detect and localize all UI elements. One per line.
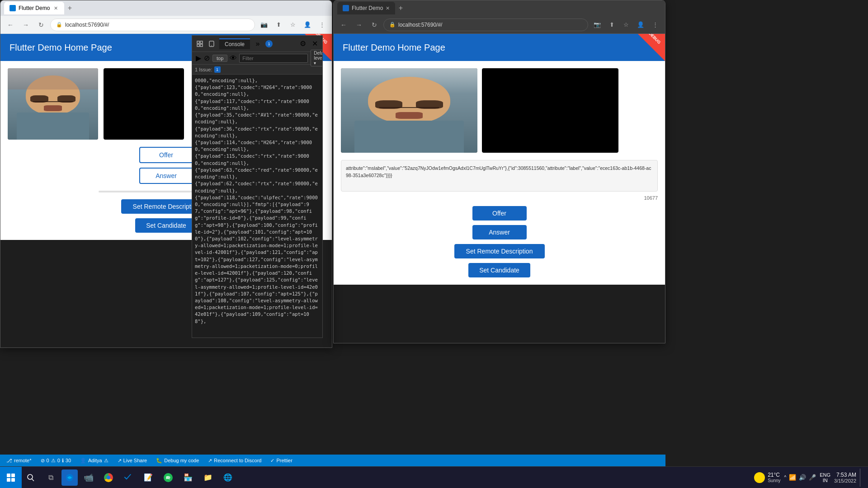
right-camera-icon[interactable]: 📷 (591, 19, 604, 31)
taskbar-task-view[interactable]: ⧉ (42, 469, 60, 487)
left-offer-button[interactable]: Offer (139, 147, 193, 163)
left-tab-label: Flutter Demo (19, 5, 50, 11)
right-person-beard (396, 112, 423, 119)
right-bookmark-icon[interactable]: ☆ (620, 19, 632, 31)
reconnect-item[interactable]: ↗ Reconnect to Discord (206, 457, 263, 465)
right-share-icon[interactable]: ⬆ (605, 19, 618, 31)
user-icon: 👤 (80, 458, 86, 464)
user-item[interactable]: 👤 Aditya ⚠ (78, 457, 110, 465)
svg-rect-0 (197, 41, 199, 43)
right-browser-tab[interactable]: Flutter Demo ✕ (337, 2, 395, 14)
right-answer-button[interactable]: Answer (472, 225, 527, 239)
tray-volume[interactable]: 🔊 (799, 474, 806, 481)
devtools-close-icon[interactable]: ✕ (311, 40, 319, 48)
taskbar-vscode[interactable] (119, 469, 137, 487)
show-desktop-button[interactable] (860, 469, 863, 487)
devtools-settings-icon[interactable]: ⚙ (299, 40, 307, 48)
left-address-bar[interactable]: 🔒 localhost:57690/#/ (50, 19, 255, 31)
right-set-candidate-button[interactable]: Set Candidate (468, 263, 530, 277)
devtools-filter-input[interactable] (239, 54, 308, 63)
left-menu-icon[interactable]: ⋮ (316, 19, 328, 31)
prettier-item[interactable]: ✓ Prettier (269, 457, 294, 465)
devtools-device-icon[interactable] (208, 40, 216, 48)
left-browser-tab[interactable]: Flutter Demo ✕ (4, 2, 64, 14)
taskbar-notepad[interactable]: 📝 (139, 469, 157, 487)
room-bg (8, 68, 98, 89)
vscode-statusbar: ⎇ remote* ⊘ 0 ⚠ 0 ℹ 30 👤 Aditya ⚠ ↗ Live… (0, 455, 665, 466)
taskbar-spotify[interactable] (159, 469, 177, 487)
svg-rect-3 (200, 44, 203, 47)
left-new-tab-button[interactable]: + (64, 3, 75, 14)
devtools-console[interactable]: 0000,"encoding":null}, {"payload":123,"c… (192, 75, 322, 338)
tray-chevron[interactable]: ^ (784, 475, 787, 480)
language-selector[interactable]: ENG IN (820, 472, 830, 483)
svg-point-5 (211, 45, 212, 46)
reconnect-label: Reconnect to Discord (214, 458, 261, 463)
right-new-tab-button[interactable]: + (395, 3, 406, 14)
devtools-header: Console » 1 ⚙ ✕ (192, 36, 322, 52)
weather-widget[interactable]: 21°C Sunny (754, 472, 780, 483)
error-count-item[interactable]: ⊘ 0 ⚠ 0 ℹ 30 (39, 457, 73, 465)
left-tab-close[interactable]: ✕ (52, 5, 59, 11)
right-app-header: Flutter Demo Home Page DEBUG (334, 34, 665, 61)
left-share-icon[interactable]: ⬆ (272, 19, 285, 31)
right-video-row (341, 68, 658, 153)
devtools-console-tab[interactable]: Console (219, 38, 250, 49)
prettier-icon: ✓ (270, 458, 274, 464)
debug-label: Debug my code (164, 458, 199, 463)
taskbar-icons: ⧉ 📹 📝 🏪 📁 🌐 (42, 469, 237, 487)
right-address-bar[interactable]: 🔒 localhost:57690/#/ (383, 19, 588, 31)
right-offer-button[interactable]: Offer (472, 206, 527, 221)
devtools-more-tabs-icon[interactable]: » (254, 40, 262, 48)
taskbar-right: 21°C Sunny ^ 📶 🔊 🎤 ENG IN 7:53 AM 3/15/2… (754, 469, 868, 487)
right-set-remote-button[interactable]: Set Remote Description (454, 244, 545, 258)
left-camera-icon[interactable]: 📷 (258, 19, 270, 31)
clock[interactable]: 7:53 AM 3/15/2022 (834, 472, 856, 483)
devtools-play-icon[interactable]: ▶ (196, 55, 201, 61)
right-profile-icon[interactable]: 👤 (634, 19, 647, 31)
right-menu-icon[interactable]: ⋮ (649, 19, 661, 31)
system-tray: ^ 📶 🔊 🎤 (784, 474, 816, 481)
git-branch-item[interactable]: ⎇ remote* (5, 457, 33, 465)
devtools-top-dropdown[interactable]: top (212, 55, 227, 62)
live-share-label: Live Share (123, 458, 147, 463)
tray-mic[interactable]: 🎤 (809, 474, 816, 481)
search-taskbar-button[interactable] (22, 469, 40, 487)
left-back-button[interactable]: ← (4, 19, 17, 31)
live-share-item[interactable]: ↗ Live Share (116, 457, 149, 465)
start-button[interactable] (0, 467, 22, 488)
info-count: 30 (66, 458, 71, 463)
taskbar-edge2[interactable]: 🌐 (219, 469, 237, 487)
devtools-levels-dropdown[interactable]: Default levels ▾ (311, 50, 323, 66)
devtools-stop-icon[interactable]: ⊘ (204, 55, 210, 61)
right-video-remote (482, 68, 618, 153)
svg-rect-7 (11, 474, 15, 477)
left-refresh-button[interactable]: ↻ (35, 19, 47, 31)
taskbar-teams[interactable]: 📹 (80, 469, 98, 487)
left-bookmark-icon[interactable]: ☆ (287, 19, 299, 31)
svg-rect-9 (11, 478, 15, 482)
right-back-button[interactable]: ← (337, 19, 350, 31)
debug-item[interactable]: 🐛 Debug my code (154, 457, 201, 465)
info-icon: ℹ (62, 458, 64, 464)
left-answer-button[interactable]: Answer (139, 168, 193, 184)
right-forward-button[interactable]: → (353, 19, 365, 31)
taskbar-browser-edge[interactable] (61, 469, 78, 486)
right-tab-close[interactable]: ✕ (386, 5, 390, 11)
devtools-issue-count: 1 (214, 66, 221, 73)
right-content-section: attribute":"mslabel","value":"52azq7NyJO… (334, 61, 665, 285)
person-bg (8, 68, 98, 140)
devtools-eye-icon[interactable]: 👁 (230, 55, 236, 61)
tray-network[interactable]: 📶 (789, 474, 796, 481)
weather-sun-icon (754, 472, 765, 483)
devtools-inspect-icon[interactable] (196, 40, 204, 48)
taskbar-chrome[interactable] (99, 469, 118, 487)
left-profile-icon[interactable]: 👤 (301, 19, 314, 31)
devtools-notification-badge: 1 (265, 40, 273, 47)
left-set-candidate-button[interactable]: Set Candidate (135, 218, 197, 233)
live-share-icon: ↗ (118, 458, 122, 464)
left-forward-button[interactable]: → (19, 19, 32, 31)
taskbar-store[interactable]: 🏪 (179, 469, 197, 487)
taskbar-files[interactable]: 📁 (199, 469, 217, 487)
right-refresh-button[interactable]: ↻ (368, 19, 381, 31)
